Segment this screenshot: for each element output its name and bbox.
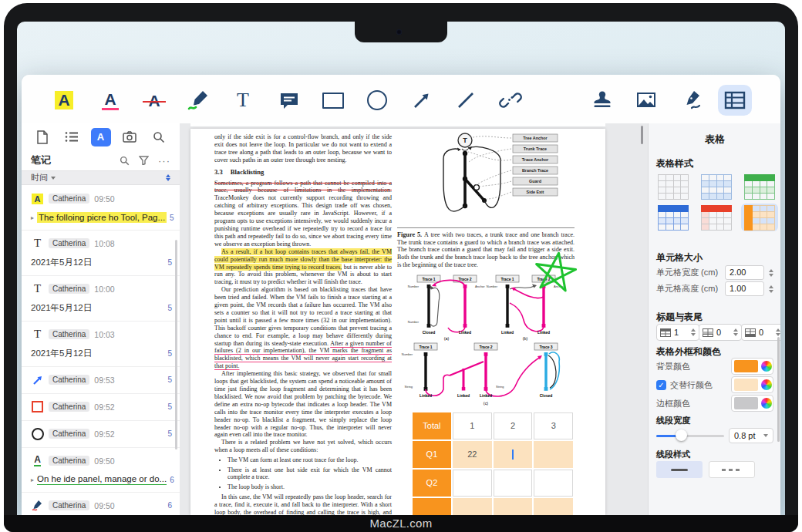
pen-tool-button[interactable]: [181, 85, 215, 116]
notes-search-icon[interactable]: [120, 156, 130, 166]
document-scrollbar[interactable]: [641, 126, 643, 144]
table-cell[interactable]: Total: [413, 412, 451, 439]
header-footer-label: 标题与表尾: [656, 311, 703, 324]
svg-text:String: String: [405, 385, 413, 389]
cell-width-stepper[interactable]: [769, 269, 773, 277]
disclosure-icon[interactable]: ▸: [31, 476, 34, 483]
rectangle-tool-button[interactable]: [316, 85, 350, 116]
alternate-color-picker[interactable]: [731, 376, 773, 393]
table-cell[interactable]: 3: [534, 412, 573, 439]
link-icon: [499, 89, 522, 112]
table-cell[interactable]: [413, 498, 451, 515]
table-style-green[interactable]: [741, 173, 778, 200]
tab-search[interactable]: [149, 128, 169, 146]
cell-size-label: 单元格大小: [656, 251, 703, 264]
author-badge: Catherina: [49, 375, 89, 385]
author-badge: Catherina: [49, 284, 89, 294]
solid-line-icon: [671, 469, 688, 471]
alternate-color-checkbox[interactable]: ✓: [656, 380, 666, 390]
color-wheel-icon[interactable]: [761, 379, 772, 390]
table-cell[interactable]: 22: [453, 441, 492, 468]
border-color-picker[interactable]: [731, 395, 773, 412]
sidebar-scrollbar[interactable]: [175, 240, 177, 450]
table-style-red-header[interactable]: [698, 204, 735, 231]
table-cell[interactable]: [453, 470, 492, 497]
arrow-annotation-icon: [31, 373, 44, 386]
list-item[interactable]: Catherina 09:52 5: [22, 394, 180, 421]
table-cell-active[interactable]: [494, 441, 533, 468]
table-cell[interactable]: [494, 470, 533, 497]
table-cell[interactable]: [453, 498, 492, 515]
ellipse-tool-button[interactable]: [360, 85, 394, 116]
note-tool-button[interactable]: [272, 85, 306, 116]
list-item[interactable]: T Catherina 10:03 2021年5月12日 5: [22, 322, 180, 367]
stamp-icon: [591, 89, 614, 112]
panel-scrollbar[interactable]: [777, 337, 780, 442]
strikethrough-tool-button[interactable]: A: [137, 85, 171, 116]
slider-thumb[interactable]: [676, 429, 687, 441]
sort-direction-icon[interactable]: [166, 174, 170, 181]
dashed-line-style-button[interactable]: [709, 461, 755, 478]
text-icon: T: [237, 90, 249, 110]
signature-tool-button[interactable]: [674, 85, 708, 116]
table-cell[interactable]: [534, 470, 573, 497]
note-text: 2021年5月12日: [31, 302, 92, 314]
link-tool-button[interactable]: [494, 85, 527, 116]
cell-height-stepper[interactable]: [769, 285, 773, 293]
more-options-icon[interactable]: ···: [158, 155, 170, 167]
line-width-slider[interactable]: [656, 435, 724, 437]
filter-icon[interactable]: [139, 156, 149, 165]
table-cell[interactable]: [494, 498, 533, 515]
table-cell[interactable]: [534, 441, 573, 468]
disclosure-icon[interactable]: ▸: [31, 214, 34, 221]
footer2-rows-spinner[interactable]: 0: [741, 324, 780, 341]
arrow-tool-button[interactable]: [405, 85, 439, 116]
table-cell[interactable]: Q2: [413, 470, 451, 497]
table-icon: [723, 89, 746, 112]
strikethrough-annotation[interactable]: Sometimes, a program follows a path that…: [214, 180, 392, 194]
tab-annotations[interactable]: A: [91, 128, 111, 146]
header-rows-spinner[interactable]: 1: [656, 324, 699, 341]
color-wheel-icon[interactable]: [761, 361, 772, 372]
text-tool-button[interactable]: T: [226, 85, 260, 116]
solid-line-style-button[interactable]: [656, 461, 703, 478]
line-width-dropdown[interactable]: 0.8 pt: [729, 428, 773, 443]
background-color-picker[interactable]: [731, 358, 773, 375]
line-tool-button[interactable]: [449, 85, 483, 116]
figure5-legend: Tree Anchor Trunk Trace Trace Anchor Bra…: [513, 134, 558, 196]
cell-width-input[interactable]: 2.00: [725, 265, 764, 280]
list-item[interactable]: Catherina 09:53 5: [22, 367, 180, 394]
stamp-tool-button[interactable]: [585, 85, 619, 116]
table-style-plain[interactable]: [655, 173, 692, 200]
table-style-orange-selected[interactable]: [741, 204, 778, 231]
list-item[interactable]: T Catherina 10:08 2021年5月12日 5: [22, 231, 180, 276]
rectangle-icon: [322, 93, 344, 109]
star-annotation[interactable]: [527, 251, 587, 295]
table-tool-button[interactable]: [718, 85, 752, 116]
list-item[interactable]: Catherina 09:50 6: [22, 493, 180, 515]
table-style-blue-striped[interactable]: [698, 173, 735, 200]
list-item[interactable]: A Catherina 09:50 ▸ On he ide panel, man…: [22, 448, 180, 493]
footer-rows-spinner[interactable]: 0: [699, 324, 742, 341]
cell-height-input[interactable]: 1.00: [725, 281, 764, 296]
color-wheel-icon[interactable]: [761, 398, 772, 409]
annotation-table[interactable]: Total 1 2 3 Q1 22: [411, 411, 575, 515]
note-time: 10:00: [94, 285, 114, 294]
svg-text:Trace 1: Trace 1: [419, 344, 432, 348]
sort-bar[interactable]: 时间: [22, 170, 180, 185]
pdf-paragraph: After implementing this basic strategy, …: [214, 370, 392, 439]
tab-thumbnails[interactable]: [32, 128, 52, 146]
underline-tool-button[interactable]: A: [93, 85, 127, 116]
table-cell[interactable]: 2: [494, 412, 533, 439]
table-cell[interactable]: [534, 498, 573, 515]
highlight-tool-button[interactable]: A: [47, 85, 81, 116]
tab-outline[interactable]: [62, 128, 82, 146]
tab-snapshot[interactable]: [120, 128, 140, 146]
image-tool-button[interactable]: [629, 85, 663, 116]
list-item[interactable]: T Catherina 10:00 2021年5月12日 5: [22, 276, 180, 322]
table-cell[interactable]: 1: [453, 412, 492, 439]
table-style-blue-header[interactable]: [655, 204, 692, 231]
table-cell[interactable]: Q1: [413, 441, 451, 468]
list-item[interactable]: A Catherina 09:50 ▸ The folloing picre h…: [22, 186, 180, 231]
list-item[interactable]: Catherina 09:52 5: [22, 421, 180, 448]
